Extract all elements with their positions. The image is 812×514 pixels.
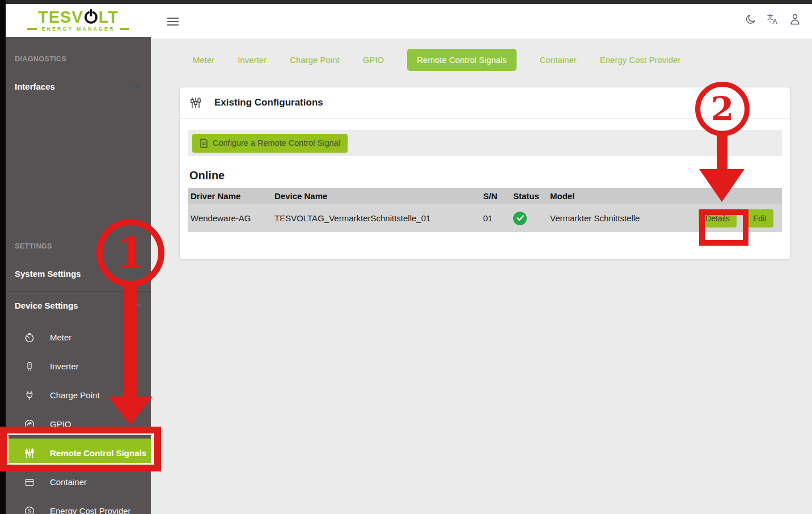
tab-energy-cost-provider[interactable]: Energy Cost Provider [600, 49, 681, 71]
brand-logo-text: TESV LT [38, 9, 119, 26]
sidebar-item-label: Charge Point [50, 390, 100, 400]
sidebar-item-energy-cost-provider[interactable]: S Energy Cost Provider [6, 496, 151, 514]
sidebar-item-label: Energy Cost Provider [50, 506, 131, 514]
annotation-step1-highlight-box [0, 427, 161, 471]
column-status: Status [513, 191, 550, 201]
column-driver-name: Driver Name [188, 191, 274, 201]
brand-logo-post: LT [99, 9, 119, 26]
tab-gpio[interactable]: GPIO [363, 49, 384, 71]
svg-text:S: S [28, 508, 32, 514]
main-area: 文 A Meter Inverter Charge Point GPIO Rem… [151, 4, 812, 514]
meter-gauge-icon [23, 332, 36, 343]
container-box-icon [23, 477, 36, 487]
sidebar-item-label: Container [50, 477, 87, 487]
cell-device-name: TESVOLTAG_VermarkterSchnittstelle_01 [274, 213, 483, 223]
inverter-icon [23, 361, 36, 372]
column-device-name: Device Name [274, 191, 483, 201]
sidebar-item-interfaces[interactable]: Interfaces [6, 74, 151, 99]
brand-logo-pre: TESV [38, 9, 83, 26]
chevron-down-icon [134, 84, 142, 89]
annotation-step1-circle: 1 [96, 219, 164, 287]
tab-charge-point[interactable]: Charge Point [290, 49, 340, 71]
tab-container[interactable]: Container [540, 49, 577, 71]
annotation-step1-arrow-line [124, 285, 137, 397]
brand-dash-right [120, 28, 129, 30]
sidebar-item-label: Interfaces [15, 82, 55, 91]
sidebar-item-label: Device Settings [15, 301, 78, 310]
brand-dash-left [27, 28, 37, 30]
sidebar-item-label: Meter [50, 332, 71, 342]
column-model: Model [550, 191, 696, 201]
brand-logo: TESV LT ENERGY MANAGER [6, 4, 151, 37]
sidebar-section-diagnostics: DIAGNOSTICS [15, 55, 142, 63]
window-edge-top [0, 0, 812, 4]
annotation-step2-arrow-line [717, 132, 728, 169]
svg-text:A: A [773, 18, 777, 26]
card-toolbar: Configure a Remote Control Signal [188, 130, 782, 156]
annotation-step1-arrowhead [108, 397, 153, 425]
sidebar-item-container[interactable]: Container [6, 467, 151, 496]
top-bar: 文 A [151, 4, 812, 39]
user-icon[interactable] [788, 12, 802, 26]
cell-driver-name: Wendeware-AG [188, 213, 274, 223]
sliders-icon [189, 96, 202, 109]
brand-subtitle-row: ENERGY MANAGER [27, 26, 130, 32]
document-icon [200, 138, 208, 148]
moon-icon[interactable] [744, 12, 758, 26]
status-ok-icon [513, 212, 527, 225]
table-header-row: Driver Name Device Name S/N Status Model [188, 188, 782, 204]
tab-remote-control-signals[interactable]: Remote Control Signals [407, 49, 516, 71]
tab-inverter[interactable]: Inverter [238, 49, 267, 71]
energy-cost-icon: S [23, 506, 36, 514]
table-row: Wendeware-AG TESVOLTAG_VermarkterSchnitt… [188, 204, 782, 232]
brand-subtitle: ENERGY MANAGER [42, 26, 115, 32]
annotation-step2-number: 2 [711, 90, 734, 128]
annotation-step1-number: 1 [116, 229, 145, 277]
cell-model: Vermarkter Schnittstelle [550, 213, 696, 223]
menu-toggle-icon[interactable] [167, 15, 179, 28]
charge-plug-icon [23, 390, 36, 401]
configure-remote-control-signal-button[interactable]: Configure a Remote Control Signal [192, 134, 348, 153]
translate-icon[interactable]: 文 A [766, 12, 780, 26]
top-bar-icons: 文 A [744, 12, 802, 26]
power-icon [84, 9, 98, 24]
cell-sn: 01 [483, 213, 513, 223]
cell-status [513, 212, 550, 225]
configure-button-label: Configure a Remote Control Signal [213, 138, 340, 148]
column-sn: S/N [483, 191, 513, 201]
device-tabs: Meter Inverter Charge Point GPIO Remote … [151, 39, 812, 71]
configurations-table: Driver Name Device Name S/N Status Model… [188, 188, 782, 232]
tab-meter[interactable]: Meter [193, 49, 214, 71]
edit-button[interactable]: Edit [746, 209, 773, 227]
annotation-step2-circle: 2 [695, 82, 750, 136]
sidebar-item-label: Inverter [50, 361, 79, 371]
annotation-step2-arrowhead [699, 169, 745, 202]
sidebar-item-label: System Settings [15, 269, 81, 279]
card-title: Existing Configurations [214, 97, 323, 108]
annotation-step2-highlight-box [699, 209, 748, 246]
